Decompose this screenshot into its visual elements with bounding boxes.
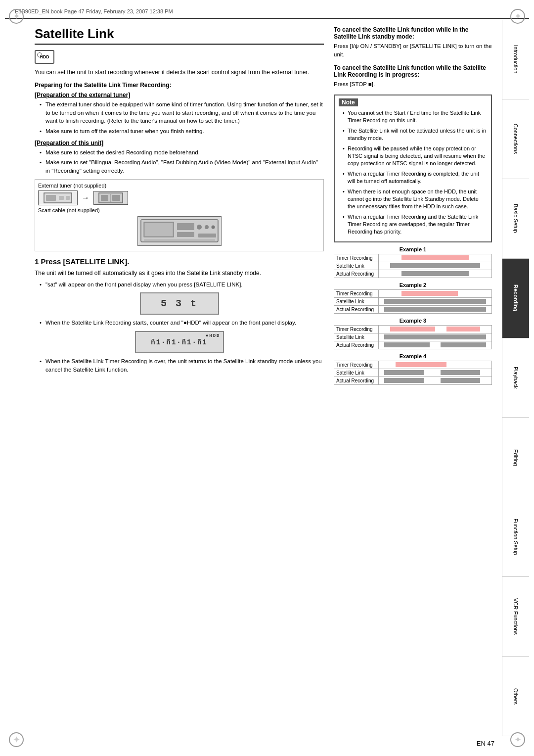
table-row: Actual Recording	[334, 341, 492, 349]
table-row: Actual Recording	[334, 270, 492, 278]
sidebar-item-basic-setup[interactable]: Basic Setup	[502, 179, 529, 259]
note-list-item: Recording will be paused while the copy …	[343, 145, 487, 168]
hdd-icon-row: HDD	[35, 50, 324, 64]
svg-point-15	[211, 226, 215, 229]
scart-label: Scart cable (not supplied)	[38, 207, 320, 213]
row-bar	[379, 262, 492, 270]
arrow-icon: →	[82, 193, 89, 202]
row-bar	[379, 305, 492, 313]
row-bar	[379, 333, 492, 341]
note-list: You cannot set the Start / End time for …	[339, 109, 487, 236]
hdd-label: HDD	[40, 54, 49, 59]
step1-bullet1: "sat" will appear on the front panel dis…	[40, 281, 324, 289]
svg-rect-16	[198, 234, 216, 237]
step1-bullet2-list: When the Satellite Link Recording starts…	[35, 319, 324, 327]
step1-body: The unit will be turned off automaticall…	[35, 269, 324, 278]
row-label: Satellite Link	[334, 262, 379, 270]
note-list-item: When there is not enough space on the HD…	[343, 188, 487, 211]
table-row: Actual Recording	[334, 377, 492, 384]
page-title: Satellite Link	[35, 26, 324, 45]
prep-external-list: The external tuner should be equipped wi…	[35, 100, 324, 136]
table-row: Satellite Link	[334, 333, 492, 341]
sidebar-item-editing[interactable]: Editing	[502, 418, 529, 497]
svg-point-13	[197, 225, 202, 230]
left-column: Satellite Link HDD You can set the unit …	[35, 26, 324, 729]
sidebar-item-vcr-functions[interactable]: VCR Functions	[502, 577, 529, 657]
sidebar-item-connections[interactable]: Connections	[502, 99, 529, 179]
table-row: Actual Recording	[334, 305, 492, 313]
sidebar-item-playback[interactable]: Playback	[502, 338, 529, 418]
top-bar: E3B90ED_EN.book Page 47 Friday, February…	[5, 5, 529, 19]
hdd-badge: ●HDD	[206, 333, 221, 338]
svg-rect-7	[112, 195, 120, 201]
hdd-icon: HDD	[35, 50, 54, 64]
connector-box	[93, 191, 128, 205]
svg-rect-2	[59, 196, 64, 200]
svg-rect-5	[101, 195, 108, 201]
cancel1-body: Press [I/ψ ON / STANDBY] or [SATELLITE L…	[334, 42, 492, 58]
row-bar	[379, 289, 492, 297]
sidebar-item-others[interactable]: Others	[502, 657, 529, 736]
svg-point-14	[205, 225, 209, 229]
list-item: Make sure to turn off the external tuner…	[40, 127, 324, 136]
corner-decoration-tl: ✦	[9, 9, 24, 24]
cancel-section-1: To cancel the Satellite Link function wh…	[334, 26, 492, 58]
example-section: Example 1Timer RecordingSatellite LinkAc…	[334, 246, 492, 385]
row-bar	[379, 254, 492, 262]
example-table: Timer RecordingSatellite LinkActual Reco…	[334, 361, 492, 385]
cancel-section-2: To cancel the Satellite Link function wh…	[334, 64, 492, 89]
example-label: Example 3	[334, 318, 492, 324]
row-label: Timer Recording	[334, 325, 379, 333]
row-bar	[379, 325, 492, 333]
list-item: Make sure to set "Bilingual Recording Au…	[40, 158, 324, 175]
table-row: Timer Recording	[334, 289, 492, 297]
step1-bullets: "sat" will appear on the front panel dis…	[35, 281, 324, 289]
row-bar	[379, 270, 492, 278]
svg-rect-12	[177, 232, 194, 237]
note-title: Note	[339, 98, 358, 106]
step1-bullet3-list: When the Satellite Link Timer Recording …	[35, 357, 324, 374]
table-row: Satellite Link	[334, 369, 492, 377]
tuner-box	[38, 190, 78, 205]
sidebar-item-introduction[interactable]: Introduction	[502, 20, 529, 99]
row-label: Satellite Link	[334, 333, 379, 341]
cancel2-heading: To cancel the Satellite Link function wh…	[334, 64, 492, 78]
cancel1-heading: To cancel the Satellite Link function wh…	[334, 26, 492, 40]
note-list-item: The Satellite Link will not be activated…	[343, 127, 487, 142]
corner-decoration-bl: ✦	[9, 732, 24, 747]
row-label: Timer Recording	[334, 289, 379, 297]
sidebar-item-recording[interactable]: Recording	[502, 259, 529, 338]
table-row: Satellite Link	[334, 262, 492, 270]
list-item: The external tuner should be equipped wi…	[40, 100, 324, 125]
svg-rect-17	[144, 239, 215, 241]
table-row: Satellite Link	[334, 297, 492, 305]
prep-external-heading: [Preparation of the external tuner]	[35, 92, 324, 98]
prep-unit-list: Make sure to select the desired Recordin…	[35, 148, 324, 175]
row-bar	[379, 341, 492, 349]
sidebar-item-function-setup[interactable]: Function Setup	[502, 497, 529, 577]
svg-rect-1	[46, 195, 56, 201]
preparing-heading: Preparing for the Satellite Link Timer R…	[35, 82, 324, 89]
row-bar	[379, 361, 492, 369]
table-row: Timer Recording	[334, 361, 492, 369]
example-table: Timer RecordingSatellite LinkActual Reco…	[334, 289, 492, 314]
example-table: Timer RecordingSatellite LinkActual Reco…	[334, 254, 492, 278]
page-number: EN 47	[477, 740, 494, 747]
svg-rect-11	[177, 223, 194, 230]
display-mockup-1: 5 3 t	[140, 292, 219, 315]
note-box: Note You cannot set the Start / End time…	[334, 94, 492, 242]
table-row: Timer Recording	[334, 254, 492, 262]
row-label: Actual Recording	[334, 305, 379, 313]
recorder-illustration	[137, 216, 222, 246]
tuner-label: External tuner (not supplied)	[38, 183, 320, 189]
note-list-item: When a regular Timer Recording is comple…	[343, 170, 487, 186]
top-bar-text: E3B90ED_EN.book Page 47 Friday, February…	[15, 8, 173, 14]
row-label: Actual Recording	[334, 270, 379, 278]
row-label: Satellite Link	[334, 369, 379, 377]
row-label: Actual Recording	[334, 341, 379, 349]
row-label: Timer Recording	[334, 361, 379, 369]
arrow-row: →	[38, 190, 320, 205]
step1-heading: 1 Press [SATELLITE LINK].	[35, 257, 324, 266]
right-column: To cancel the Satellite Link function wh…	[334, 26, 492, 729]
row-bar	[379, 369, 492, 377]
